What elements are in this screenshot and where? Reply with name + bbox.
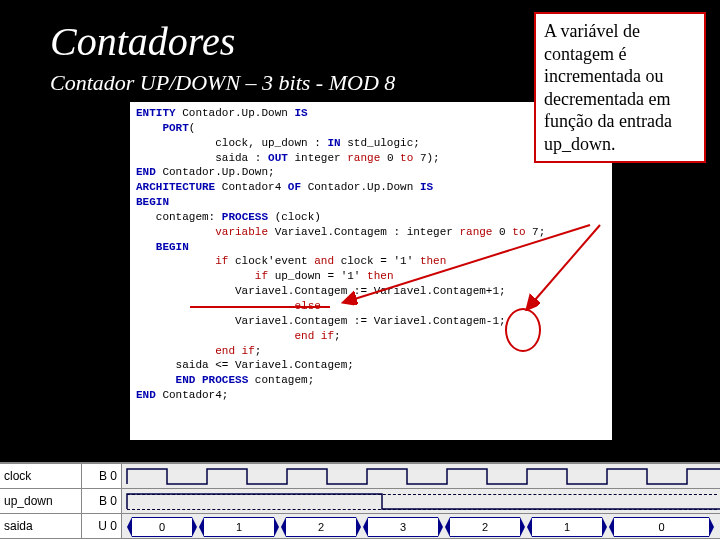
saida-val: 2	[286, 517, 356, 537]
slide-title: Contadores	[50, 18, 235, 65]
saida-val: 1	[532, 517, 602, 537]
wf-signal-type: B 0	[82, 464, 122, 489]
saida-val: 0	[614, 517, 709, 537]
saida-val: 2	[450, 517, 520, 537]
saida-val: 0	[132, 517, 192, 537]
waveform-panel: clock B 0 up_down B 0 saida U 0 0 1 2 3 …	[0, 462, 720, 540]
slide-subtitle: Contador UP/DOWN – 3 bits - MOD 8	[50, 70, 395, 96]
wf-signal-name: saida	[0, 514, 82, 539]
wf-clock-wave	[122, 464, 720, 489]
wf-saida-wave: 0 1 2 3 2 1 0	[122, 514, 720, 539]
callout-box: A variável de contagem é incrementada ou…	[534, 12, 706, 163]
wf-signal-type: B 0	[82, 489, 122, 514]
saida-val: 3	[368, 517, 438, 537]
wf-updown-wave	[122, 489, 720, 514]
wf-signal-type: U 0	[82, 514, 122, 539]
wf-signal-name: up_down	[0, 489, 82, 514]
saida-val: 1	[204, 517, 274, 537]
wf-signal-name: clock	[0, 464, 82, 489]
